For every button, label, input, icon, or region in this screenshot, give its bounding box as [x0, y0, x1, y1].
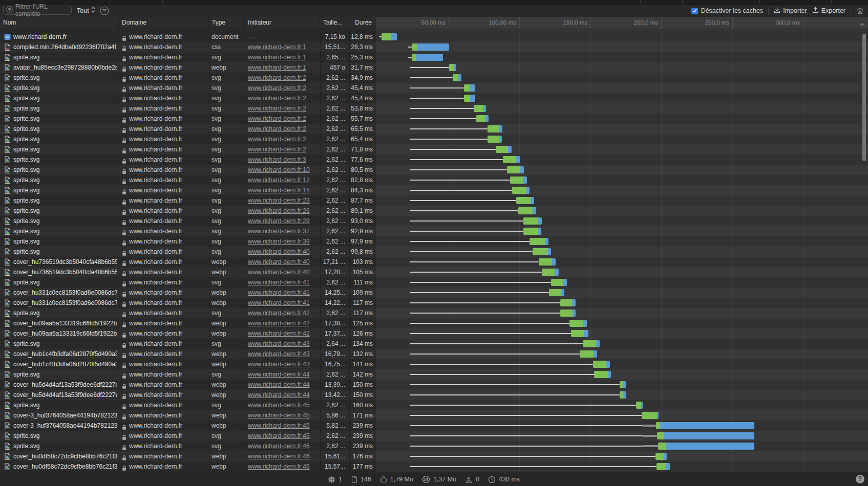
initiator-link[interactable]: www.richard-dern.fr:44: [248, 371, 310, 378]
request-row[interactable]: sprite.svgwww.richard-dern.frsvgwww.rich…: [0, 277, 868, 288]
export-button[interactable]: Exporter: [812, 7, 845, 15]
request-row[interactable]: sprite.svgwww.richard-dern.frsvgwww.rich…: [0, 93, 868, 103]
request-row[interactable]: cover_hu736519dc3b5040cfa48b6b55...www.r…: [0, 257, 868, 267]
initiator-link[interactable]: www.richard-dern.fr:45: [248, 402, 310, 409]
request-row[interactable]: cover_hu0df58c72dc9cfbe8bb76c21f3...www.…: [0, 461, 868, 472]
url-filter-input[interactable]: Filtrer l'URL complète: [3, 6, 72, 15]
request-row[interactable]: cover_hub1c4fb3dfa06d2870f5d490a3...www.…: [0, 349, 868, 359]
request-row[interactable]: </>www.richard-dern.frwww.richard-dern.f…: [0, 32, 868, 42]
initiator-link[interactable]: www.richard-dern.fr:42: [248, 330, 310, 337]
initiator-link[interactable]: www.richard-dern.fr:44: [248, 391, 310, 399]
initiator-link[interactable]: www.richard-dern.fr:1: [248, 54, 306, 61]
request-row[interactable]: cover_hub1c4fb3dfa06d2870f5d490a3...www.…: [0, 359, 868, 369]
initiator-link[interactable]: www.richard-dern.fr:39: [248, 238, 310, 245]
initiator-link[interactable]: www.richard-dern.fr:2: [248, 146, 306, 153]
initiator-link[interactable]: www.richard-dern.fr:2: [248, 74, 306, 81]
request-row[interactable]: sprite.svgwww.richard-dern.frsvgwww.rich…: [0, 185, 868, 195]
initiator-link[interactable]: www.richard-dern.fr:46: [248, 463, 310, 470]
initiator-link[interactable]: www.richard-dern.fr:23: [248, 197, 310, 204]
request-row[interactable]: cover_hu5d4d4af13a53f9dee6df2227e...www.…: [0, 390, 868, 400]
request-row[interactable]: sprite.svgwww.richard-dern.frsvgwww.rich…: [0, 339, 868, 349]
request-row[interactable]: sprite.svgwww.richard-dern.frsvgwww.rich…: [0, 216, 868, 226]
initiator-link[interactable]: www.richard-dern.fr:28: [248, 217, 310, 225]
initiator-link[interactable]: www.richard-dern.fr:40: [248, 248, 310, 255]
initiator-link[interactable]: www.richard-dern.fr:46: [248, 443, 310, 450]
column-header-duree[interactable]: Durée: [349, 17, 376, 29]
request-row[interactable]: sprite.svgwww.richard-dern.frsvgwww.rich…: [0, 73, 868, 83]
initiator-link[interactable]: www.richard-dern.fr:41: [248, 289, 310, 296]
request-row[interactable]: sprite.svgwww.richard-dern.frsvgwww.rich…: [0, 175, 868, 185]
initiator-link[interactable]: www.richard-dern.fr:15: [248, 187, 310, 194]
initiator-link[interactable]: www.richard-dern.fr:43: [248, 361, 310, 368]
import-button[interactable]: Importer: [774, 7, 807, 15]
clear-network-items-button[interactable]: [856, 7, 864, 15]
initiator-link[interactable]: www.richard-dern.fr:41: [248, 279, 310, 286]
initiator-link[interactable]: www.richard-dern.fr:2: [248, 105, 306, 112]
initiator-link[interactable]: www.richard-dern.fr:45: [248, 412, 310, 419]
initiator-link[interactable]: www.richard-dern.fr:45: [248, 422, 310, 429]
initiator-link[interactable]: www.richard-dern.fr:45: [248, 432, 310, 439]
request-row[interactable]: sprite.svgwww.richard-dern.frsvgwww.rich…: [0, 124, 868, 134]
request-row[interactable]: sprite.svgwww.richard-dern.frsvgwww.rich…: [0, 206, 868, 216]
initiator-link[interactable]: www.richard-dern.fr:40: [248, 258, 310, 266]
initiator-link[interactable]: www.richard-dern.fr:10: [248, 166, 310, 173]
request-row[interactable]: sprite.svgwww.richard-dern.frsvgwww.rich…: [0, 400, 868, 410]
request-row[interactable]: sprite.svgwww.richard-dern.frsvgwww.rich…: [0, 144, 868, 154]
initiator-link[interactable]: www.richard-dern.fr:1: [248, 64, 306, 71]
request-row[interactable]: sprite.svgwww.richard-dern.frsvgwww.rich…: [0, 431, 868, 441]
column-header-domaine[interactable]: Domaine: [119, 17, 209, 29]
column-header-nom[interactable]: Nom: [0, 17, 119, 29]
initiator-link[interactable]: www.richard-dern.fr:2: [248, 136, 306, 143]
help-button[interactable]: ?: [856, 475, 864, 483]
column-header-initiateur[interactable]: Initiateur: [245, 17, 320, 29]
request-row[interactable]: sprite.svgwww.richard-dern.frsvgwww.rich…: [0, 369, 868, 380]
initiator-link[interactable]: www.richard-dern.fr:37: [248, 228, 310, 235]
initiator-link[interactable]: www.richard-dern.fr:42: [248, 310, 310, 317]
request-row[interactable]: sprite.svgwww.richard-dern.frsvgwww.rich…: [0, 165, 868, 175]
request-row[interactable]: sprite.svgwww.richard-dern.frsvgwww.rich…: [0, 103, 868, 114]
column-header-type[interactable]: Type: [209, 17, 245, 29]
initiator-link[interactable]: www.richard-dern.fr:40: [248, 269, 310, 276]
initiator-link[interactable]: www.richard-dern.fr:2: [248, 95, 306, 102]
disable-caches-checkbox[interactable]: Désactiver les caches: [691, 7, 764, 14]
request-row[interactable]: sprite.svgwww.richard-dern.frsvgwww.rich…: [0, 195, 868, 206]
request-row[interactable]: cover_hu331c0ec8153f0ad6e0086dc7f...www.…: [0, 288, 868, 298]
request-row[interactable]: cover_hu736519dc3b5040cfa48b6b55...www.r…: [0, 267, 868, 277]
request-row[interactable]: sprite.svgwww.richard-dern.frsvgwww.rich…: [0, 114, 868, 124]
scrollbar-up-chevron-icon[interactable]: [859, 19, 865, 29]
initiator-link[interactable]: www.richard-dern.fr:42: [248, 320, 310, 327]
initiator-link[interactable]: www.richard-dern.fr:2: [248, 84, 306, 92]
initiator-link[interactable]: www.richard-dern.fr:26: [248, 207, 310, 214]
initiator-link[interactable]: www.richard-dern.fr:43: [248, 340, 310, 347]
initiator-link[interactable]: www.richard-dern.fr:43: [248, 350, 310, 358]
request-row[interactable]: avatar_hu85ecc3e298728880b0bde2d...www.r…: [0, 62, 868, 73]
request-row[interactable]: sprite.svgwww.richard-dern.frsvgwww.rich…: [0, 226, 868, 236]
request-row[interactable]: cover-3_huf3764058ae44194b782123...www.r…: [0, 410, 868, 421]
request-row[interactable]: sprite.svgwww.richard-dern.frsvgwww.rich…: [0, 441, 868, 451]
request-row[interactable]: cover_hu331c0ec8153f0ad6e0086dc7f...www.…: [0, 298, 868, 308]
column-header-taille[interactable]: Taille...: [320, 17, 349, 29]
request-row[interactable]: csscompiled.min.264dba0d92236f702a4f...w…: [0, 42, 868, 52]
request-row[interactable]: sprite.svgwww.richard-dern.frsvgwww.rich…: [0, 236, 868, 247]
vertical-scrollbar-thumb[interactable]: [862, 34, 866, 161]
request-row[interactable]: sprite.svgwww.richard-dern.frsvgwww.rich…: [0, 134, 868, 144]
initiator-link[interactable]: www.richard-dern.fr:44: [248, 381, 310, 388]
request-row[interactable]: cover_hu09aa5a133319c66fd5f1922b4...www.…: [0, 328, 868, 339]
initiator-link[interactable]: www.richard-dern.fr:41: [248, 299, 310, 306]
request-row[interactable]: sprite.svgwww.richard-dern.frsvgwww.rich…: [0, 154, 868, 165]
request-row[interactable]: sprite.svgwww.richard-dern.frsvgwww.rich…: [0, 83, 868, 93]
request-row[interactable]: cover-3_huf3764058ae44194b782123...www.r…: [0, 421, 868, 431]
request-row[interactable]: cover_hu0df58c72dc9cfbe8bb76c21f3...www.…: [0, 451, 868, 461]
initiator-link[interactable]: www.richard-dern.fr:3: [248, 156, 306, 163]
request-row[interactable]: cover_hu09aa5a133319c66fd5f1922b4...www.…: [0, 318, 868, 328]
initiator-link[interactable]: www.richard-dern.fr:46: [248, 453, 310, 460]
resource-type-dropdown[interactable]: Tout: [77, 6, 95, 15]
filter-options-button[interactable]: [99, 6, 109, 15]
initiator-link[interactable]: www.richard-dern.fr:1: [248, 43, 306, 51]
request-row[interactable]: sprite.svgwww.richard-dern.frsvgwww.rich…: [0, 247, 868, 257]
initiator-link[interactable]: www.richard-dern.fr:2: [248, 125, 306, 132]
request-row[interactable]: sprite.svgwww.richard-dern.frsvgwww.rich…: [0, 308, 868, 318]
initiator-link[interactable]: www.richard-dern.fr:12: [248, 176, 310, 184]
request-row[interactable]: cover_hu5d4d4af13a53f9dee6df2227e...www.…: [0, 380, 868, 390]
request-row[interactable]: sprite.svgwww.richard-dern.frsvgwww.rich…: [0, 52, 868, 62]
